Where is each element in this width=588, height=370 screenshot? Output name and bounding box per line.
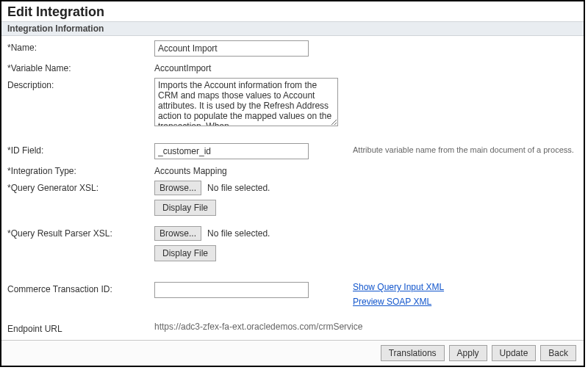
browse-query-gen-button[interactable]: Browse... bbox=[154, 181, 201, 195]
back-button[interactable]: Back bbox=[540, 345, 576, 361]
row-query-gen-xsl: *Query Generator XSL: Browse... No file … bbox=[7, 181, 578, 222]
apply-button[interactable]: Apply bbox=[449, 345, 487, 361]
display-file-query-gen-button[interactable]: Display File bbox=[154, 200, 216, 216]
label-variable-name: *Variable Name: bbox=[7, 61, 154, 73]
row-variable-name: *Variable Name: AccountImport bbox=[7, 61, 578, 73]
row-endpoint-url: Endpoint URL https://adc3-zfex-fa-ext.or… bbox=[7, 322, 578, 334]
label-integration-type: *Integration Type: bbox=[7, 164, 154, 176]
id-field-input[interactable] bbox=[154, 143, 309, 159]
row-id-field: *ID Field: Attribute variable name from … bbox=[7, 143, 578, 159]
endpoint-url-value: https://adc3-zfex-fa-ext.oracledemos.com… bbox=[154, 322, 362, 332]
row-description: Description: Imports the Account informa… bbox=[7, 78, 578, 128]
translations-button[interactable]: Translations bbox=[381, 345, 445, 361]
browse-query-res-button[interactable]: Browse... bbox=[154, 226, 201, 241]
description-textarea[interactable]: Imports the Account information from the… bbox=[154, 78, 338, 126]
variable-name-value: AccountImport bbox=[154, 61, 211, 73]
label-query-gen-xsl: *Query Generator XSL: bbox=[7, 181, 154, 193]
display-file-query-res-button[interactable]: Display File bbox=[154, 245, 216, 261]
form-area: *Name: *Variable Name: AccountImport Des… bbox=[1, 36, 584, 355]
show-query-input-xml-link[interactable]: Show Query Input XML bbox=[353, 282, 444, 292]
row-query-res-xsl: *Query Result Parser XSL: Browse... No f… bbox=[7, 226, 578, 267]
label-endpoint-url: Endpoint URL bbox=[7, 322, 154, 334]
label-commerce-tx-id: Commerce Transaction ID: bbox=[7, 282, 154, 294]
page-title: Edit Integration bbox=[1, 1, 584, 21]
section-integration-info: Integration Information bbox=[1, 21, 584, 36]
no-file-query-gen: No file selected. bbox=[207, 183, 270, 193]
name-input[interactable] bbox=[154, 40, 309, 57]
integration-type-value: Accounts Mapping bbox=[154, 164, 227, 176]
label-description: Description: bbox=[7, 78, 154, 90]
row-commerce-tx-id: Commerce Transaction ID: Show Query Inpu… bbox=[7, 282, 578, 307]
row-integration-type: *Integration Type: Accounts Mapping bbox=[7, 164, 578, 176]
row-name: *Name: bbox=[7, 40, 578, 57]
commerce-tx-id-input[interactable] bbox=[154, 282, 309, 298]
footer-bar: Translations Apply Update Back bbox=[1, 340, 584, 366]
label-query-res-xsl: *Query Result Parser XSL: bbox=[7, 226, 154, 239]
update-button[interactable]: Update bbox=[492, 345, 537, 361]
edit-integration-window: Edit Integration Integration Information… bbox=[0, 0, 585, 367]
label-id-field: *ID Field: bbox=[7, 143, 154, 156]
hint-id-field: Attribute variable name from the main do… bbox=[338, 143, 578, 154]
preview-soap-xml-link[interactable]: Preview SOAP XML bbox=[353, 297, 444, 307]
label-name: *Name: bbox=[7, 40, 154, 53]
no-file-query-res: No file selected. bbox=[207, 228, 270, 239]
